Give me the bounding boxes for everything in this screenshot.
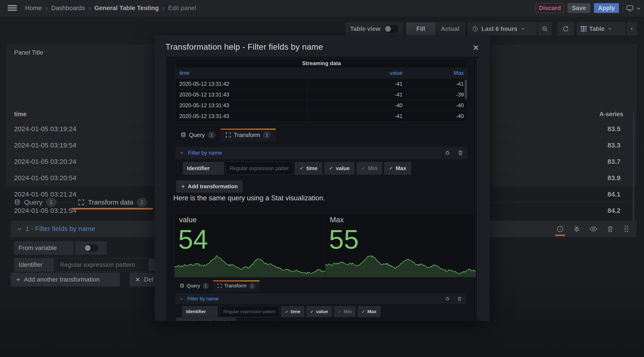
tab-query-label: Query [24,199,42,206]
field-chip-Max[interactable]: ✓Max [358,306,380,317]
clock-icon [472,26,478,32]
apply-button[interactable]: Apply [594,3,619,13]
stat-value-panel: value 54 [175,213,325,277]
table-viz-icon [581,26,586,32]
debug-icon[interactable] [445,296,450,301]
breadcrumb-separator: › [162,4,164,12]
tab-transform-data-label: Transform data [88,199,133,206]
breadcrumb-dashboard-name[interactable]: General Table Testing [94,5,159,12]
example-table-row: 2020-05-12 13:31:43-41-39 [176,89,467,100]
add-transformation-button[interactable]: + Add transformation [176,317,236,321]
example-tab-query[interactable]: Query 1 [176,129,220,141]
tab-query[interactable]: Query 1 [14,198,56,207]
field-chip-value[interactable]: ✓value [306,306,332,317]
cell-max: -40 [406,111,467,121]
debug-icon[interactable] [444,150,450,156]
delete-transformations-button[interactable]: ✕ Del [130,273,155,286]
close-icon[interactable] [471,43,481,53]
field-chip-time[interactable]: ✓time [295,162,322,175]
breadcrumb-home[interactable]: Home [25,5,42,12]
cell-value: 83.7 [608,158,620,165]
time-range-label: Last 6 hours [482,26,518,33]
identifier-input[interactable] [226,162,293,175]
chevron-down-icon [520,27,526,31]
example-tab-transform[interactable]: Transform 1 [220,129,276,141]
fill-button[interactable]: Fill [406,23,435,35]
tab-query-count: 1 [46,198,56,207]
column-header-a-series[interactable]: A-series [599,111,623,118]
modal-help-content: Streaming data time value Max 2020-05-12… [166,57,478,321]
discard-button[interactable]: Discard [536,3,564,13]
panel-title[interactable]: Panel Title [14,49,44,56]
identifier-input[interactable] [56,258,152,272]
trash-icon[interactable] [606,225,614,233]
example-tabs-lower: Query 1 Transform 1 [176,280,466,291]
check-icon: ✓ [362,309,365,314]
info-icon[interactable] [556,225,564,233]
tab-transform-data[interactable]: Transform data 1 [78,198,147,207]
stat-visualization-panel: value 54 Max 55 [174,213,476,277]
example-table-row: 2020-05-12 13:31:43-41-40 [176,111,467,121]
monitor-icon[interactable] [626,5,634,12]
debug-icon[interactable] [573,225,580,233]
example-table-row: 2020-05-12 13:31:43-40-40 [176,100,467,111]
actual-button[interactable]: Actual [435,23,465,35]
chevron-down-icon[interactable] [636,5,642,12]
field-chip-label: value [316,309,328,314]
example-table-scrollbar[interactable] [465,80,467,99]
transformation-title[interactable]: 1 - Filter fields by name [26,225,95,233]
chevron-down-icon [607,27,612,31]
drag-handle-icon[interactable] [623,225,630,233]
refresh-button[interactable] [558,22,574,35]
modal-title: Transformation help - Filter fields by n… [166,42,323,52]
field-chip-Min[interactable]: ✓Min [334,306,356,317]
example-column-max[interactable]: Max [406,68,467,78]
example-column-time[interactable]: time [176,68,307,78]
field-chip-Min[interactable]: ✓Min [356,162,382,175]
column-header-time[interactable]: time [14,111,26,118]
identifier-input[interactable] [220,306,279,317]
field-chip-partial[interactable] [148,259,155,271]
filter-by-name-header[interactable]: Filter by name [176,293,466,304]
example-table-title: Streaming data [176,59,467,68]
transform-icon [217,283,222,288]
cell-value: 84.2 [608,207,620,214]
field-chips: ✓time✓value✓Min✓Max [281,306,380,317]
add-another-transformation-button[interactable]: + Add another transformation [11,273,120,286]
visualization-picker[interactable]: Table [577,22,625,35]
tab-count-badge: 1 [208,131,216,139]
filter-actions [445,296,462,301]
field-chip-value[interactable]: ✓value [324,162,355,175]
field-chip-label: Min [368,165,377,171]
menu-icon[interactable] [8,5,17,11]
save-button[interactable]: Save [568,3,590,13]
field-chip-Max[interactable]: ✓Max [384,162,411,175]
eye-icon[interactable] [590,225,598,233]
check-icon: ✓ [338,309,342,314]
example-column-value[interactable]: value [307,68,406,78]
chevron-down-icon [180,297,183,301]
example-tab-query[interactable]: Query 1 [176,280,213,291]
trash-icon[interactable] [457,150,464,156]
table-view-toggle-group[interactable]: Table view [346,22,403,35]
cell-time: 2020-05-12 13:31:43 [176,100,307,111]
cell-value: 83.3 [608,141,620,149]
trash-icon[interactable] [457,296,462,301]
field-chip-label: time [291,309,300,314]
collapse-options-pane-button[interactable] [627,22,637,35]
identifier-label: Identifier [183,162,224,175]
stat-intro-text: Here is the same query using a Stat visu… [173,194,325,202]
from-variable-toggle[interactable] [84,244,98,252]
filter-by-name-header[interactable]: Filter by name [176,147,468,159]
time-range-picker[interactable]: Last 6 hours [468,22,537,35]
panel-table-scrollbar[interactable] [632,112,634,228]
add-transformation-button[interactable]: + Add transformation [176,180,242,193]
example-tab-transform[interactable]: Transform 1 [213,280,260,291]
filter-by-name-title: Filter by name [188,150,222,156]
table-view-toggle[interactable] [384,25,398,33]
field-chip-time[interactable]: ✓time [281,306,304,317]
zoom-out-button[interactable] [538,22,552,35]
modal-scrollbar[interactable] [477,59,478,319]
database-icon [180,283,184,288]
breadcrumb-dashboards[interactable]: Dashboards [51,5,85,12]
